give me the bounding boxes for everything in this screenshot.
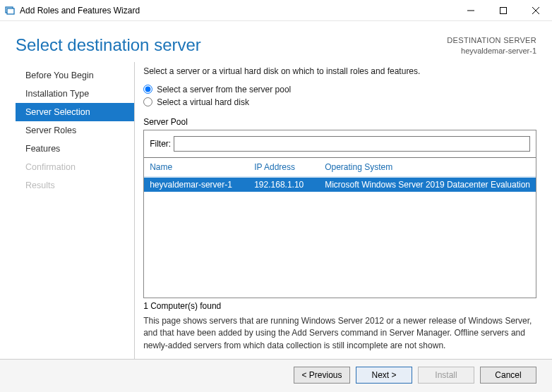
radio-server-pool-input[interactable] [143,85,152,94]
server-pool-label: Server Pool [143,117,536,127]
instruction-text: Select a server or a virtual hard disk o… [143,66,536,76]
app-icon [4,5,16,16]
body: Before You Begin Installation Type Serve… [0,62,552,359]
install-button: Install [418,367,474,384]
svg-rect-1 [7,8,14,14]
destination-value: heyvaldemar-server-1 [447,46,536,56]
description-text: This page shows servers that are running… [143,315,536,352]
minimize-button[interactable] [455,0,487,21]
radio-vhd-label: Select a virtual hard disk [157,97,249,107]
window-title: Add Roles and Features Wizard [20,6,455,16]
wizard-sidebar: Before You Begin Installation Type Serve… [16,62,135,359]
destination-label: DESTINATION SERVER [447,35,536,46]
window-titlebar: Add Roles and Features Wizard [0,0,552,21]
filter-input[interactable] [174,136,530,152]
sidebar-item-installation-type[interactable]: Installation Type [16,85,134,103]
table-body: heyvaldemar-server-1 192.168.1.10 Micros… [144,178,536,298]
cell-ip: 192.168.1.10 [254,180,325,190]
radio-server-pool-label: Select a server from the server pool [157,85,291,94]
sidebar-item-server-selection[interactable]: Server Selection [16,103,134,121]
header: Select destination server DESTINATION SE… [0,21,552,62]
next-button[interactable]: Next > [356,367,412,384]
column-os[interactable]: Operating System [325,162,530,172]
sidebar-item-features[interactable]: Features [16,140,134,158]
radio-vhd-input[interactable] [143,97,152,106]
main-panel: Select a server or a virtual hard disk o… [135,62,552,359]
destination-block: DESTINATION SERVER heyvaldemar-server-1 [447,35,536,56]
page-title: Select destination server [16,35,447,55]
radio-vhd[interactable]: Select a virtual hard disk [143,97,536,107]
cancel-button[interactable]: Cancel [480,367,536,384]
table-row[interactable]: heyvaldemar-server-1 192.168.1.10 Micros… [144,178,536,192]
table-header: Name IP Address Operating System [144,158,536,176]
sidebar-item-before-you-begin[interactable]: Before You Begin [16,66,134,85]
server-pool-box: Filter: Name IP Address Operating System… [143,130,536,298]
radio-server-pool[interactable]: Select a server from the server pool [143,85,536,94]
column-ip[interactable]: IP Address [254,162,325,172]
cell-name: heyvaldemar-server-1 [150,180,254,190]
filter-row: Filter: [144,130,536,157]
cell-os: Microsoft Windows Server 2019 Datacenter… [325,180,530,190]
maximize-button[interactable] [487,0,520,21]
sidebar-item-confirmation: Confirmation [16,158,134,176]
column-name[interactable]: Name [150,162,254,172]
previous-button[interactable]: < Previous [294,367,350,384]
computers-found: 1 Computer(s) found [143,301,536,311]
svg-rect-3 [500,7,507,13]
sidebar-item-server-roles[interactable]: Server Roles [16,121,134,140]
sidebar-item-results: Results [16,176,134,195]
filter-label: Filter: [150,139,171,149]
footer: < Previous Next > Install Cancel [0,359,552,392]
close-button[interactable] [520,0,552,21]
